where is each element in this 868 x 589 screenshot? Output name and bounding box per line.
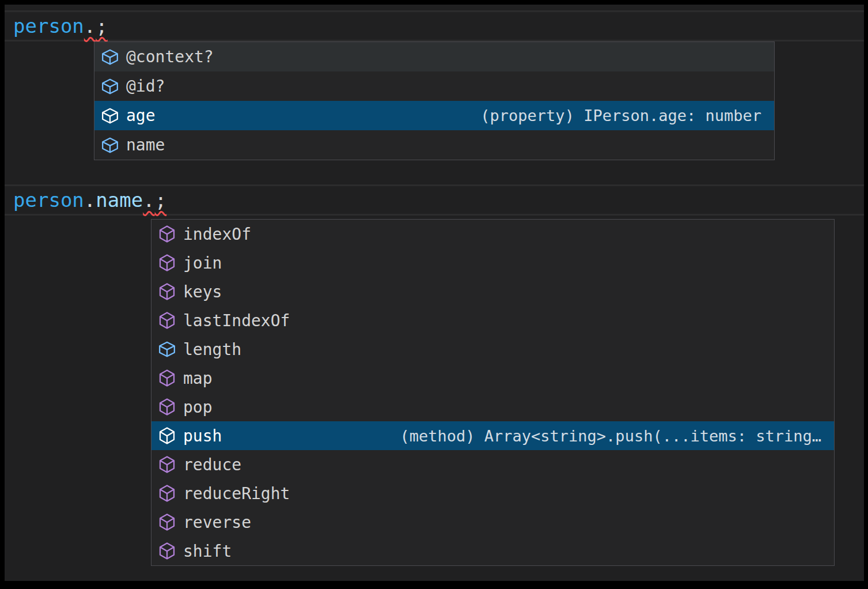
suggestion-label: name [126, 135, 165, 154]
code-line-person[interactable]: person.; [5, 10, 864, 41]
suggestion-item-age[interactable]: age (property) IPerson.age: number [94, 101, 774, 130]
symbol-method-icon [157, 512, 177, 532]
code-token-person: person [13, 188, 84, 212]
suggestion-item-shift[interactable]: shift [151, 537, 834, 565]
suggestion-item-pop[interactable]: pop [151, 392, 834, 421]
suggestion-label: age [126, 106, 156, 125]
code-line-person-name[interactable]: person.name.; [5, 184, 864, 216]
code-token-name: name [96, 188, 143, 212]
code-token-dot: . [143, 188, 154, 212]
suggestion-label: indexOf [183, 225, 251, 244]
suggestion-item-indexOf[interactable]: indexOf [151, 220, 834, 248]
symbol-method-icon [157, 224, 177, 244]
intellisense-popup-string-members: indexOf join keys lastIndexOf length [151, 219, 835, 566]
suggestion-item-id[interactable]: @id? [94, 71, 774, 101]
symbol-method-icon [157, 368, 177, 388]
symbol-field-icon [100, 47, 120, 67]
symbol-method-icon [157, 541, 177, 561]
suggestion-label: @id? [126, 77, 165, 96]
suggestion-label: shift [183, 542, 232, 561]
suggestion-label: pop [183, 398, 213, 417]
symbol-field-icon [157, 339, 177, 359]
suggestion-label: join [183, 254, 222, 273]
suggestion-item-push[interactable]: push (method) Array<string>.push(...item… [151, 421, 834, 450]
suggestion-item-reduceRight[interactable]: reduceRight [151, 479, 834, 508]
suggestion-item-map[interactable]: map [151, 364, 834, 392]
symbol-method-icon [157, 282, 177, 301]
code-token-dot: . [84, 188, 96, 212]
symbol-method-icon [157, 455, 177, 474]
suggestion-label: @context? [126, 47, 214, 66]
symbol-field-icon [100, 77, 120, 96]
code-editor[interactable]: person.; @context? @id? age (property) I… [5, 5, 864, 581]
code-token-semicolon: ; [96, 14, 107, 37]
symbol-method-icon [157, 253, 177, 273]
suggestion-label: length [183, 340, 241, 359]
suggestion-detail: (property) IPerson.age: number [480, 107, 761, 124]
symbol-method-icon [157, 397, 177, 417]
screenshot-frame: person.; @context? @id? age (property) I… [0, 0, 868, 589]
symbol-field-icon [100, 135, 120, 155]
suggestion-label: reverse [183, 513, 251, 532]
suggestion-item-length[interactable]: length [151, 335, 834, 364]
suggestion-label: keys [183, 282, 222, 301]
suggestion-item-name[interactable]: name [94, 130, 774, 160]
suggestion-label: reduceRight [183, 484, 290, 503]
suggestion-label: map [183, 369, 213, 388]
suggestion-item-keys[interactable]: keys [151, 277, 834, 306]
symbol-method-icon [157, 311, 177, 330]
suggestion-item-join[interactable]: join [151, 248, 834, 277]
suggestion-label: lastIndexOf [183, 311, 290, 330]
suggestion-item-reduce[interactable]: reduce [151, 450, 834, 479]
suggestion-label: push [183, 426, 222, 445]
intellisense-popup-person: @context? @id? age (property) IPerson.ag… [94, 41, 775, 160]
suggestion-item-lastIndexOf[interactable]: lastIndexOf [151, 306, 834, 335]
suggestion-detail: (method) Array<string>.push(...items: st… [400, 427, 822, 445]
code-token-semicolon: ; [155, 188, 166, 212]
suggestion-item-reverse[interactable]: reverse [151, 508, 834, 537]
symbol-method-icon [157, 426, 177, 445]
code-token-person: person [13, 14, 84, 37]
suggestion-item-context[interactable]: @context? [94, 42, 774, 71]
suggestion-label: reduce [183, 455, 241, 474]
symbol-method-icon [157, 484, 177, 503]
code-token-dot: . [84, 14, 96, 37]
symbol-field-icon [100, 106, 120, 126]
